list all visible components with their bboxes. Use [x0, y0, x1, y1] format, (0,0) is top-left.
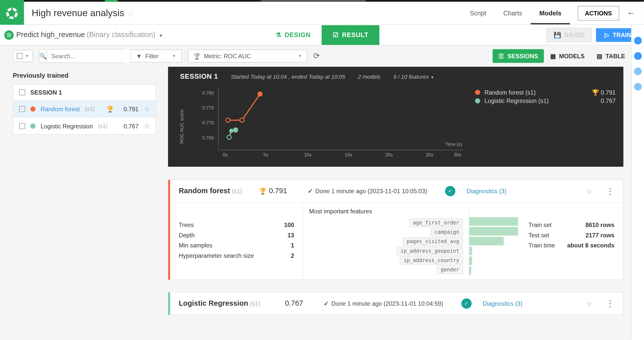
model-card-random-forest: Random forest (s1) 0.791 Done 1 minute a… — [168, 180, 623, 280]
diagnostics-link[interactable]: Diagnostics (3) — [483, 300, 522, 307]
model-status: Done 1 minute ago (2023-11-01 10:04:59) — [324, 300, 443, 307]
star-icon[interactable]: ☆ — [144, 122, 150, 130]
add-icon[interactable] — [634, 37, 642, 45]
session-header[interactable]: SESSION 1 — [13, 85, 156, 101]
nav-models[interactable]: Models — [531, 2, 570, 24]
color-dot-icon — [30, 106, 35, 111]
model-params: Trees100 Depth13 Min samples1 Hyperparam… — [170, 203, 303, 279]
actions-button[interactable]: ACTIONS — [578, 6, 619, 20]
legend-logistic-regression[interactable]: Logistic Regression (s1) 0.767 — [475, 97, 616, 105]
session-feature-count[interactable]: 9 / 10 features ▼ — [393, 73, 434, 80]
color-dot-icon — [475, 98, 480, 103]
filter-dropdown[interactable]: ▼Filter ▼ — [130, 50, 182, 63]
browser-tab-strip — [0, 0, 644, 2]
select-all-checkbox[interactable] — [17, 53, 23, 59]
feature-row: campaign — [303, 228, 469, 237]
model-stats: Train set8610 rows Test set2177 rows Tra… — [518, 203, 623, 279]
svg-point-22 — [229, 129, 234, 133]
refresh-icon[interactable] — [313, 51, 320, 61]
svg-text:20s: 20s — [385, 152, 393, 157]
chevron-down-icon: ▼ — [430, 75, 434, 79]
history-icon[interactable] — [634, 83, 642, 91]
model-checkbox[interactable] — [19, 106, 25, 112]
table-icon: ▤ — [597, 52, 602, 59]
grid-icon: ▦ — [550, 52, 556, 59]
svg-point-19 — [240, 118, 244, 122]
kebab-menu-icon[interactable]: ⋮ — [606, 186, 614, 196]
diagnostics-icon[interactable]: ✓ — [461, 298, 471, 309]
feature-row: ip_address_geopoint — [303, 246, 469, 256]
diagnostics-icon[interactable]: ✓ — [445, 186, 456, 196]
session-checkbox[interactable] — [19, 89, 25, 95]
svg-text:30s: 30s — [454, 152, 461, 157]
features-title: Most important features — [303, 208, 469, 218]
search-input[interactable] — [47, 50, 130, 63]
metric-dropdown[interactable]: Metric: ROC AUC ▼ — [188, 50, 307, 63]
model-name[interactable]: Logistic Regression — [179, 299, 248, 307]
sidebar-title: Previously trained — [13, 67, 156, 84]
model-card-logistic-regression: Logistic Regression (s1) 0.767 Done 1 mi… — [168, 292, 623, 315]
search-box[interactable]: 🔍 — [39, 49, 124, 63]
nav-charts[interactable]: Charts — [495, 2, 531, 24]
model-checkbox[interactable] — [19, 123, 25, 129]
feature-row: age_first_order — [303, 218, 469, 227]
svg-point-20 — [257, 92, 262, 97]
svg-text:15s: 15s — [345, 152, 352, 157]
svg-text:0.770: 0.770 — [202, 120, 214, 125]
svg-text:Time (s): Time (s) — [445, 141, 462, 147]
nav-script[interactable]: Script — [461, 2, 495, 24]
play-icon: ▷ — [605, 32, 609, 38]
color-dot-icon — [30, 123, 35, 128]
trophy-icon — [592, 89, 599, 96]
svg-point-21 — [227, 135, 231, 139]
funnel-icon: ▼ — [136, 52, 142, 59]
star-icon[interactable]: ☆ — [586, 299, 592, 307]
tab-design[interactable]: ⚗ DESIGN — [264, 25, 322, 45]
feature-row: gender — [303, 265, 469, 274]
view-models[interactable]: ▦MODELS — [544, 49, 591, 63]
svg-point-0 — [8, 9, 17, 18]
session-name: SESSION 1 — [180, 73, 218, 80]
svg-text:0.775: 0.775 — [202, 105, 214, 110]
view-sessions[interactable]: ☰SESSIONS — [492, 49, 544, 63]
session-model-count: 2 models — [358, 73, 380, 80]
classification-type: (Binary classification) — [87, 31, 155, 39]
saved-button: 💾 SAVED — [546, 27, 592, 42]
svg-text:ROC AUC score: ROC AUC score — [180, 109, 185, 144]
model-status: Done 1 minute ago (2023-11-01 10:05:03) — [308, 188, 427, 194]
view-table[interactable]: ▤TABLE — [591, 49, 631, 63]
chevron-down-icon: ▼ — [25, 54, 29, 58]
model-name[interactable]: Random forest — [179, 187, 230, 195]
diagnostics-link[interactable]: Diagnostics (3) — [466, 188, 506, 194]
target-dropdown-icon[interactable] — [155, 32, 163, 38]
target-icon — [4, 30, 14, 39]
predict-target-label[interactable]: Predict high_revenue — [16, 31, 85, 39]
feature-row: ip_address_country — [303, 256, 469, 265]
model-row-random-forest[interactable]: Random forest (s1) 0.791 ☆ — [13, 100, 156, 118]
feature-row: pages_visited_avg — [303, 237, 469, 246]
session-card: SESSION 1 Started Today at 10:04 , ended… — [168, 67, 623, 167]
roc-auc-chart[interactable]: ROC AUC score 0.7800.7750.7700.765 Time … — [180, 84, 467, 161]
legend-random-forest[interactable]: Random forest (s1) 0.791 — [475, 88, 616, 97]
svg-text:0.765: 0.765 — [202, 135, 214, 140]
svg-text:5s: 5s — [263, 152, 268, 157]
back-arrow-icon[interactable]: ← — [627, 8, 635, 18]
star-icon[interactable]: ☆ — [586, 187, 592, 195]
chevron-down-icon: ▼ — [172, 54, 176, 58]
color-dot-icon — [475, 90, 480, 95]
chat-icon[interactable] — [634, 68, 642, 75]
svg-text:0s: 0s — [223, 152, 228, 157]
refresh-title-icon[interactable]: ◌ — [128, 10, 133, 16]
page-title: High revenue analysis — [32, 8, 124, 19]
tab-result[interactable]: ☑ RESULT — [322, 25, 379, 45]
star-icon[interactable]: ☆ — [144, 105, 150, 113]
check-badge-icon: ☑ — [333, 31, 339, 39]
save-icon: 💾 — [554, 32, 561, 38]
app-logo[interactable] — [0, 2, 24, 25]
kebab-menu-icon[interactable]: ⋮ — [606, 298, 614, 309]
model-row-logistic-regression[interactable]: Logistic Regression (s1) 0.767 ☆ — [13, 118, 156, 134]
svg-text:10s: 10s — [304, 152, 312, 157]
select-all-dropdown[interactable]: ▼ — [13, 50, 33, 62]
svg-text:25s: 25s — [426, 152, 433, 157]
info-icon[interactable] — [634, 52, 642, 60]
